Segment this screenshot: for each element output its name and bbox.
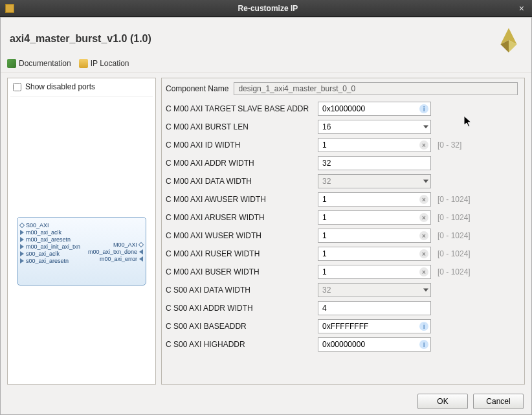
documentation-label: Documentation	[19, 59, 71, 68]
param-field: ×	[318, 229, 431, 243]
app-icon	[5, 4, 14, 13]
ip-block-symbol[interactable]: S00_AXI m00_axi_aclk m00_axi_aresetn m00…	[17, 217, 146, 286]
param-row: C S00 AXI HIGHADDRi	[166, 337, 518, 352]
window-title: Re-customize IP	[19, 4, 516, 13]
symbol-panel: Show disabled ports S00_AXI m00_axi_aclk…	[7, 78, 156, 385]
param-label: C S00 AXI ADDR WIDTH	[166, 304, 318, 313]
param-field: i	[318, 319, 431, 333]
param-field: ×	[318, 247, 431, 261]
param-input[interactable]	[318, 138, 431, 152]
chevron-down-icon	[423, 289, 428, 292]
show-disabled-ports-checkbox[interactable]: Show disabled ports	[10, 81, 153, 97]
param-row: C M00 AXI DATA WIDTH32	[166, 174, 518, 188]
param-row: C M00 AXI RUSER WIDTH×[0 - 1024]	[166, 247, 518, 261]
button-bar: OK Cancel	[1, 388, 531, 414]
param-select: 32	[318, 283, 431, 297]
param-row: C S00 AXI DATA WIDTH32	[166, 283, 518, 297]
param-label: C M00 AXI BURST LEN	[166, 122, 318, 131]
close-icon[interactable]: ×	[516, 3, 527, 14]
param-field: ×	[318, 210, 431, 225]
param-label: C S00 AXI BASEADDR	[166, 322, 318, 331]
header-row: axi4_master_burst_v1.0 (1.0)	[1, 17, 531, 59]
param-input[interactable]	[318, 319, 431, 333]
param-select: 32	[318, 174, 431, 188]
param-field: 16	[318, 120, 431, 134]
show-disabled-ports-input[interactable]	[13, 83, 21, 91]
documentation-icon	[7, 59, 16, 68]
param-input[interactable]	[318, 210, 431, 225]
folder-icon	[79, 59, 88, 68]
param-row: C S00 AXI BASEADDRi	[166, 319, 518, 333]
param-label: C M00 AXI ADDR WIDTH	[166, 159, 318, 168]
param-field	[318, 156, 431, 170]
param-label: C S00 AXI DATA WIDTH	[166, 286, 318, 295]
cancel-button[interactable]: Cancel	[473, 394, 524, 409]
ip-location-label: IP Location	[91, 59, 129, 68]
param-row: C M00 AXI BUSER WIDTH×[0 - 1024]	[166, 265, 518, 279]
param-row: C M00 AXI ARUSER WIDTH×[0 - 1024]	[166, 210, 518, 225]
param-input[interactable]	[318, 265, 431, 279]
param-range: [0 - 32]	[438, 140, 461, 150]
param-field: ×	[318, 138, 431, 152]
param-input[interactable]	[318, 192, 431, 207]
param-input[interactable]	[318, 247, 431, 261]
param-label: C S00 AXI HIGHADDR	[166, 340, 318, 349]
param-input[interactable]	[318, 229, 431, 243]
param-input[interactable]	[318, 156, 431, 170]
param-range: [0 - 1024]	[438, 213, 471, 222]
param-input[interactable]	[318, 102, 431, 116]
param-input[interactable]	[318, 337, 431, 352]
window-body: axi4_master_burst_v1.0 (1.0) Documentati…	[0, 17, 532, 415]
param-row: C M00 AXI ID WIDTH×[0 - 32]	[166, 138, 518, 152]
param-field: i	[318, 102, 431, 116]
param-field: ×	[318, 192, 431, 207]
show-disabled-ports-label: Show disabled ports	[25, 82, 95, 91]
param-field	[318, 301, 431, 315]
diagram-area[interactable]: S00_AXI m00_axi_aclk m00_axi_aresetn m00…	[10, 97, 153, 381]
param-input[interactable]	[318, 301, 431, 315]
param-row: C M00 AXI AWUSER WIDTH×[0 - 1024]	[166, 192, 518, 207]
chevron-down-icon	[423, 180, 428, 183]
param-range: [0 - 1024]	[438, 195, 471, 204]
window-titlebar: Re-customize IP ×	[0, 0, 532, 17]
chevron-down-icon	[423, 126, 428, 129]
param-label: C M00 AXI TARGET SLAVE BASE ADDR	[166, 104, 318, 113]
param-label: C M00 AXI RUSER WIDTH	[166, 249, 318, 258]
component-name-input	[234, 82, 518, 95]
param-range: [0 - 1024]	[438, 249, 471, 258]
param-field: ×	[318, 265, 431, 279]
param-row: C S00 AXI ADDR WIDTH	[166, 301, 518, 315]
param-range: [0 - 1024]	[438, 267, 471, 276]
param-field: 32	[318, 283, 431, 297]
component-name-label: Component Name	[166, 84, 228, 93]
parameters-panel: Component Name C M00 AXI TARGET SLAVE BA…	[161, 78, 525, 385]
param-label: C M00 AXI BUSER WIDTH	[166, 267, 318, 276]
component-name-row: Component Name	[166, 82, 518, 95]
ip-location-button[interactable]: IP Location	[79, 59, 129, 68]
param-field: 32	[318, 174, 431, 188]
param-label: C M00 AXI ARUSER WIDTH	[166, 213, 318, 222]
content-area: Show disabled ports S00_AXI m00_axi_aclk…	[1, 74, 531, 388]
param-range: [0 - 1024]	[438, 231, 471, 240]
param-label: C M00 AXI WUSER WIDTH	[166, 231, 318, 240]
param-row: C M00 AXI ADDR WIDTH	[166, 156, 518, 170]
documentation-button[interactable]: Documentation	[7, 59, 71, 68]
toolbar: Documentation IP Location	[1, 59, 531, 73]
param-row: C M00 AXI BURST LEN16	[166, 120, 518, 134]
param-label: C M00 AXI AWUSER WIDTH	[166, 195, 318, 204]
param-row: C M00 AXI TARGET SLAVE BASE ADDRi	[166, 102, 518, 116]
vivado-logo-icon	[495, 25, 522, 52]
page-title: axi4_master_burst_v1.0 (1.0)	[10, 33, 151, 45]
param-select[interactable]: 16	[318, 120, 431, 134]
param-field: i	[318, 337, 431, 352]
param-label: C M00 AXI ID WIDTH	[166, 140, 318, 150]
ok-button[interactable]: OK	[417, 394, 468, 409]
param-label: C M00 AXI DATA WIDTH	[166, 177, 318, 186]
param-row: C M00 AXI WUSER WIDTH×[0 - 1024]	[166, 229, 518, 243]
